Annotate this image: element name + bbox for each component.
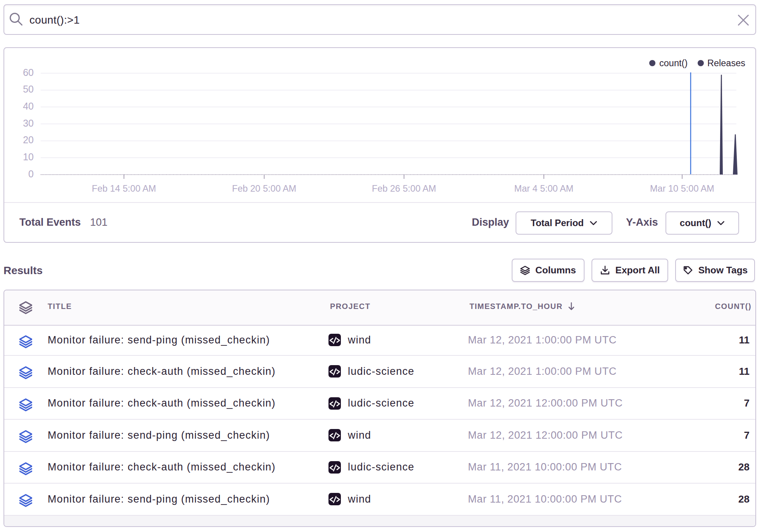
svg-text:Mar 4 5:00 AM: Mar 4 5:00 AM xyxy=(514,184,574,194)
svg-text:60: 60 xyxy=(23,67,34,78)
svg-text:Feb 14 5:00 AM: Feb 14 5:00 AM xyxy=(92,184,156,194)
svg-text:0: 0 xyxy=(28,168,34,179)
svg-text:Mar 10 5:00 AM: Mar 10 5:00 AM xyxy=(650,184,714,194)
svg-text:20: 20 xyxy=(23,134,34,145)
svg-text:10: 10 xyxy=(23,151,34,162)
svg-text:Feb 26 5:00 AM: Feb 26 5:00 AM xyxy=(372,184,436,194)
svg-text:Feb 20 5:00 AM: Feb 20 5:00 AM xyxy=(232,184,296,194)
svg-text:50: 50 xyxy=(23,84,34,94)
svg-text:40: 40 xyxy=(23,101,34,112)
svg-text:30: 30 xyxy=(23,118,34,129)
